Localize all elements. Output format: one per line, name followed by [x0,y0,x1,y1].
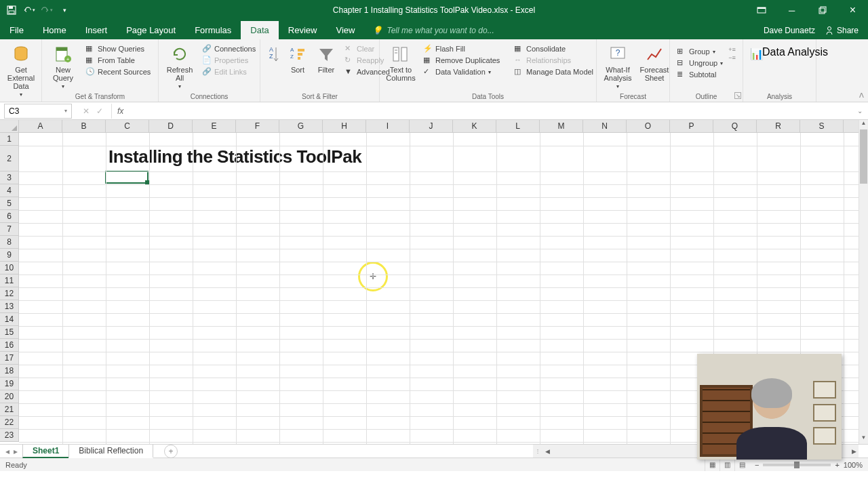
filter-button[interactable]: Filter [313,42,339,77]
tab-file[interactable]: File [0,21,33,39]
zoom-level[interactable]: 100% [844,461,863,469]
undo-icon[interactable]: ▾ [23,4,35,16]
expand-formula-bar-icon[interactable]: ⌄ [857,107,868,115]
zoom-in-icon[interactable]: + [835,461,839,469]
row-header-9[interactable]: 9 [0,249,18,262]
row-header-19[interactable]: 19 [0,378,18,390]
col-header-F[interactable]: F [236,120,279,132]
col-header-H[interactable]: H [323,120,366,132]
row-header-3[interactable]: 3 [0,171,18,184]
row-header-13[interactable]: 13 [0,300,18,313]
col-header-K[interactable]: K [453,120,496,132]
row-header-16[interactable]: 16 [0,339,18,352]
sort-button[interactable]: AZ Sort [285,42,311,77]
row-header-12[interactable]: 12 [0,287,18,300]
redo-icon[interactable]: ▾ [41,4,53,16]
name-box[interactable]: C3▾ [4,104,72,119]
text-to-columns-button[interactable]: Text to Columns [384,42,418,85]
add-sheet-icon[interactable]: + [164,445,178,458]
user-name[interactable]: Dave Dunaetz [764,26,815,35]
sort-az-button[interactable]: AZ [264,42,282,68]
col-header-O[interactable]: O [627,120,670,132]
scroll-down-icon[interactable]: ▼ [859,434,868,444]
flash-fill-button[interactable]: ⚡Flash Fill [420,43,509,54]
col-header-L[interactable]: L [496,120,540,132]
row-header-20[interactable]: 20 [0,390,18,403]
minimize-icon[interactable]: ─ [776,0,807,20]
forecast-sheet-button[interactable]: Forecast Sheet [637,42,671,85]
ribbon-display-icon[interactable] [746,0,776,20]
qat-customize-icon[interactable]: ▾ [58,4,71,16]
show-detail-icon[interactable]: +≡ [728,46,736,53]
scroll-left-icon[interactable]: ◀ [542,448,552,455]
col-header-S[interactable]: S [800,120,844,132]
data-validation-button[interactable]: ✓Data Validation ▾ [420,66,509,77]
cell-c2-content[interactable]: Installing the Statistics ToolPak [108,146,361,167]
col-header-A[interactable]: A [19,120,62,132]
col-header-I[interactable]: I [366,120,410,132]
page-layout-view-icon[interactable]: ▥ [719,459,734,471]
tell-me-search[interactable]: 💡Tell me what you want to do... [364,22,502,39]
show-queries-button[interactable]: ▦Show Queries [83,43,153,54]
col-header-Q[interactable]: Q [713,120,757,132]
new-query-button[interactable]: + New Query▾ [46,42,80,93]
tab-data[interactable]: Data [241,21,278,39]
tab-formulas[interactable]: Formulas [185,21,241,39]
row-header-4[interactable]: 4 [0,184,18,197]
zoom-out-icon[interactable]: − [755,461,759,469]
col-header-B[interactable]: B [62,120,106,132]
outline-launcher-icon[interactable]: ↘ [734,92,741,99]
refresh-all-button[interactable]: Refresh All▾ [163,42,197,93]
scroll-right-icon[interactable]: ▶ [849,448,859,455]
close-icon[interactable]: × [837,0,868,20]
row-header-1[interactable]: 1 [0,133,18,146]
fx-icon[interactable]: fx [112,106,129,116]
row-header-21[interactable]: 21 [0,403,18,416]
row-header-11[interactable]: 11 [0,274,18,287]
col-header-E[interactable]: E [193,120,236,132]
get-external-data-button[interactable]: Get External Data▾ [4,42,38,101]
next-sheet-icon[interactable]: ▸ [14,447,18,456]
col-header-M[interactable]: M [540,120,583,132]
col-header-G[interactable]: G [279,120,323,132]
col-header-C[interactable]: C [106,120,149,132]
zoom-slider[interactable] [763,464,831,466]
prev-sheet-icon[interactable]: ◂ [5,447,9,456]
select-all-corner[interactable] [0,120,19,133]
row-header-5[interactable]: 5 [0,197,18,210]
ungroup-button[interactable]: ⊟Ungroup ▾ [674,58,726,68]
tab-review[interactable]: Review [279,21,327,39]
share-button[interactable]: Share [825,26,859,35]
scroll-thumb[interactable] [860,129,867,184]
collapse-ribbon-icon[interactable]: ᐱ [859,92,864,99]
scroll-up-icon[interactable]: ▲ [859,120,868,129]
row-header-14[interactable]: 14 [0,313,18,326]
col-header-D[interactable]: D [149,120,193,132]
save-icon[interactable] [5,4,18,16]
maximize-icon[interactable] [807,0,837,20]
data-analysis-button[interactable]: 📊Data Analysis [747,42,831,59]
col-header-R[interactable]: R [757,120,800,132]
manage-data-model-button[interactable]: ◫Manage Data Model [511,66,599,77]
row-header-15[interactable]: 15 [0,326,18,339]
col-header-P[interactable]: P [670,120,713,132]
consolidate-button[interactable]: ▦Consolidate [511,43,599,54]
chevron-down-icon[interactable]: ▾ [64,108,67,114]
sheet-tab-sheet1[interactable]: Sheet1 [22,445,69,458]
row-header-10[interactable]: 10 [0,262,18,274]
row-header-18[interactable]: 18 [0,365,18,378]
row-headers[interactable]: 1234567891011121314151617181920212223 [0,133,19,442]
row-header-6[interactable]: 6 [0,210,18,223]
page-break-view-icon[interactable]: ▤ [734,459,749,471]
from-table-button[interactable]: ▦From Table [83,55,153,66]
tab-insert[interactable]: Insert [76,21,117,39]
hide-detail-icon[interactable]: −≡ [728,54,736,61]
row-header-17[interactable]: 17 [0,352,18,365]
col-header-N[interactable]: N [583,120,627,132]
connections-button[interactable]: 🔗Connections [199,43,258,54]
remove-duplicates-button[interactable]: ▦Remove Duplicates [420,55,509,66]
tab-home[interactable]: Home [33,21,76,39]
normal-view-icon[interactable]: ▦ [705,459,719,471]
row-header-8[interactable]: 8 [0,236,18,249]
recent-sources-button[interactable]: 🕓Recent Sources [83,66,153,77]
